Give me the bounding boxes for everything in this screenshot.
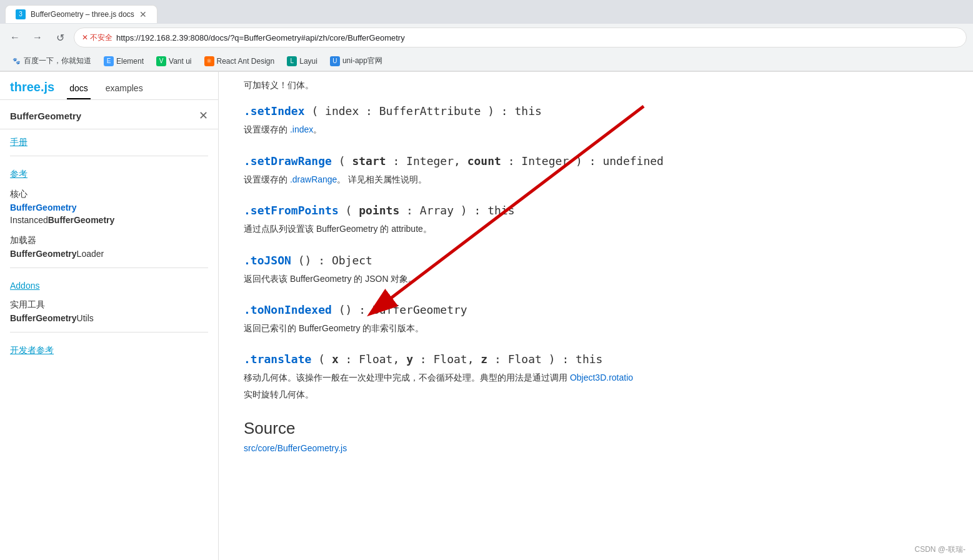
tab-docs[interactable]: docs [67, 78, 91, 99]
element-icon: E [104, 56, 114, 66]
security-label: 不安全 [90, 32, 112, 43]
sidebar-section-devref: 开发者参考 [0, 338, 218, 359]
method-setDrawRange-link-drawrange[interactable]: .drawRange [290, 174, 337, 184]
bookmark-element[interactable]: E Element [99, 55, 149, 68]
sidebar-group-core: 核心 BufferGeometry InstancedBufferGeometr… [0, 182, 218, 229]
method-translate: .translate ( x : Float, y : Float, z : F… [244, 352, 948, 401]
bookmark-vant[interactable]: V Vant ui [151, 55, 196, 68]
sidebar-group-tools: 实用工具 BufferGeometryUtils [0, 293, 218, 327]
security-badge: ✕ 不安全 [82, 32, 112, 43]
source-link[interactable]: src/core/BufferGeometry.js [244, 443, 347, 453]
method-toNonIndexed-desc: 返回已索引的 BufferGeometry 的非索引版本。 [244, 321, 948, 335]
sidebar-close-button[interactable]: ✕ [199, 109, 208, 122]
method-translate-link[interactable]: .translate [244, 352, 311, 366]
bookmark-vant-label: Vant ui [169, 57, 191, 66]
bookmark-uniapp-label: uni-app官网 [342, 56, 382, 66]
forward-button[interactable]: → [29, 29, 46, 46]
main-content: 可加转义！们体。 .setIndex ( index : BufferAttri… [219, 72, 973, 560]
browser-chrome: 3 BufferGeometry – three.js docs ✕ ← → ↺… [0, 0, 973, 72]
method-setIndex-params: ( index : BufferAttribute ) : this [311, 104, 541, 118]
sidebar-search-bar: BufferGeometry ✕ [0, 100, 218, 129]
baidu-icon: 🐾 [11, 56, 21, 66]
tab-examples[interactable]: examples [103, 78, 146, 99]
bookmark-react-ant-label: React Ant Design [217, 57, 275, 66]
sidebar-text-buffergeometryloader: BufferGeometryLoader [10, 248, 208, 260]
method-setDrawRange-link[interactable]: .setDrawRange [244, 154, 332, 168]
divider-3 [10, 332, 208, 332]
method-toNonIndexed: .toNonIndexed () : BufferGeometry 返回已索引的… [244, 303, 948, 335]
sidebar: three.js docs examples BufferGeometry ✕ … [0, 72, 219, 560]
method-setIndex: .setIndex ( index : BufferAttribute ) : … [244, 104, 948, 136]
divider-1 [10, 156, 208, 156]
page-layout: three.js docs examples BufferGeometry ✕ … [0, 72, 973, 560]
method-toNonIndexed-link[interactable]: .toNonIndexed [244, 303, 332, 316]
tab-close-btn[interactable]: ✕ [139, 9, 147, 19]
layui-icon: L [287, 56, 297, 66]
uniapp-icon: U [330, 56, 340, 66]
top-text: 可加转义！们体。 [244, 72, 948, 92]
sidebar-link-addons[interactable]: Addons [10, 281, 39, 291]
bookmarks-bar: 🐾 百度一下，你就知道 E Element V Vant ui ⚛ React … [0, 51, 973, 71]
nav-bar: ← → ↺ ✕ 不安全 https://192.168.2.39:8080/do… [0, 24, 973, 51]
sidebar-nav: three.js docs examples [0, 72, 218, 100]
method-translate-desc: 移动几何体。该操作一般在一次处理中完成，不会循环处理。典型的用法是通过调用 Ob… [244, 371, 948, 384]
sidebar-section-manual: 手册 [0, 129, 218, 151]
react-ant-icon: ⚛ [204, 56, 214, 66]
sidebar-logo[interactable]: three.js [10, 80, 54, 99]
method-setIndex-link[interactable]: .setIndex [244, 104, 305, 118]
method-toNonIndexed-params: () : BufferGeometry [339, 303, 467, 316]
method-toJSON-params: () : Object [298, 254, 372, 267]
warning-icon: ✕ [82, 33, 88, 42]
method-setDrawRange-params: ( start : Integer, count : Integer ) : u… [339, 154, 664, 168]
method-setFromPoints-signature: .setFromPoints ( points : Array ) : this [244, 204, 948, 217]
sidebar-link-manual[interactable]: 手册 [10, 137, 27, 147]
bookmark-baidu-label: 百度一下，你就知道 [24, 56, 91, 66]
method-setFromPoints-desc: 通过点队列设置该 BufferGeometry 的 attribute。 [244, 222, 948, 236]
sidebar-group-core-label: 核心 [10, 185, 208, 201]
method-toJSON: .toJSON () : Object 返回代表该 BufferGeometry… [244, 254, 948, 286]
method-translate-link-object3d[interactable]: Object3D.rotatio [570, 372, 633, 382]
method-setIndex-signature: .setIndex ( index : BufferAttribute ) : … [244, 104, 948, 118]
sidebar-text-instancedbuffergeometry: InstancedBufferGeometry [10, 214, 208, 226]
method-setDrawRange-desc: 设置缓存的 .drawRange。 详见相关属性说明。 [244, 172, 948, 186]
sidebar-search-title: BufferGeometry [10, 111, 81, 121]
bookmark-baidu[interactable]: 🐾 百度一下，你就知道 [6, 54, 96, 68]
method-translate-params: ( x : Float, y : Float, z : Float ) : th… [318, 352, 602, 366]
method-toJSON-desc: 返回代表该 BufferGeometry 的 JSON 对象。 [244, 272, 948, 286]
sidebar-text-buffergeometryutils: BufferGeometryUtils [10, 312, 208, 324]
method-setFromPoints-link[interactable]: .setFromPoints [244, 204, 339, 217]
method-setIndex-desc: 设置缓存的 .index。 [244, 122, 948, 136]
vant-icon: V [156, 56, 166, 66]
sidebar-group-loaders: 加载器 BufferGeometryLoader [0, 229, 218, 262]
divider-2 [10, 268, 208, 268]
back-button[interactable]: ← [6, 29, 24, 46]
method-toJSON-signature: .toJSON () : Object [244, 254, 948, 267]
tab-favicon: 3 [16, 9, 26, 19]
method-setDrawRange: .setDrawRange ( start : Integer, count :… [244, 154, 948, 186]
browser-tab[interactable]: 3 BufferGeometry – three.js docs ✕ [5, 5, 157, 23]
bookmark-layui-label: Layui [299, 57, 317, 66]
address-bar[interactable]: ✕ 不安全 https://192.168.2.39:8080/docs/?q=… [74, 28, 967, 48]
sidebar-group-tools-label: 实用工具 [10, 296, 208, 312]
method-translate-signature: .translate ( x : Float, y : Float, z : F… [244, 352, 948, 366]
method-toJSON-link[interactable]: .toJSON [244, 254, 291, 267]
sidebar-section-reference: 参考 [0, 161, 218, 182]
sidebar-link-buffergeometry[interactable]: BufferGeometry [10, 201, 208, 214]
sidebar-section-addons: Addons [0, 273, 218, 293]
method-setIndex-link-index[interactable]: .index [290, 124, 313, 134]
method-toNonIndexed-signature: .toNonIndexed () : BufferGeometry [244, 303, 948, 316]
bookmark-element-label: Element [116, 57, 144, 66]
method-setFromPoints-params: ( points : Array ) : this [346, 204, 515, 217]
method-setFromPoints: .setFromPoints ( points : Array ) : this… [244, 204, 948, 236]
sidebar-link-devref[interactable]: 开发者参考 [10, 345, 54, 355]
reload-button[interactable]: ↺ [51, 29, 69, 46]
sidebar-link-reference[interactable]: 参考 [10, 169, 27, 179]
source-section-title: Source [244, 419, 948, 438]
bookmark-layui[interactable]: L Layui [282, 55, 322, 68]
bookmark-uniapp[interactable]: U uni-app官网 [325, 54, 387, 68]
url-text: https://192.168.2.39:8080/docs/?q=Buffer… [116, 33, 959, 42]
watermark: CSDN @-联瑞- [914, 544, 966, 555]
bookmark-react-ant[interactable]: ⚛ React Ant Design [199, 55, 280, 68]
method-translate-desc2: 实时旋转几何体。 [244, 388, 948, 401]
sidebar-group-loaders-label: 加载器 [10, 231, 208, 248]
